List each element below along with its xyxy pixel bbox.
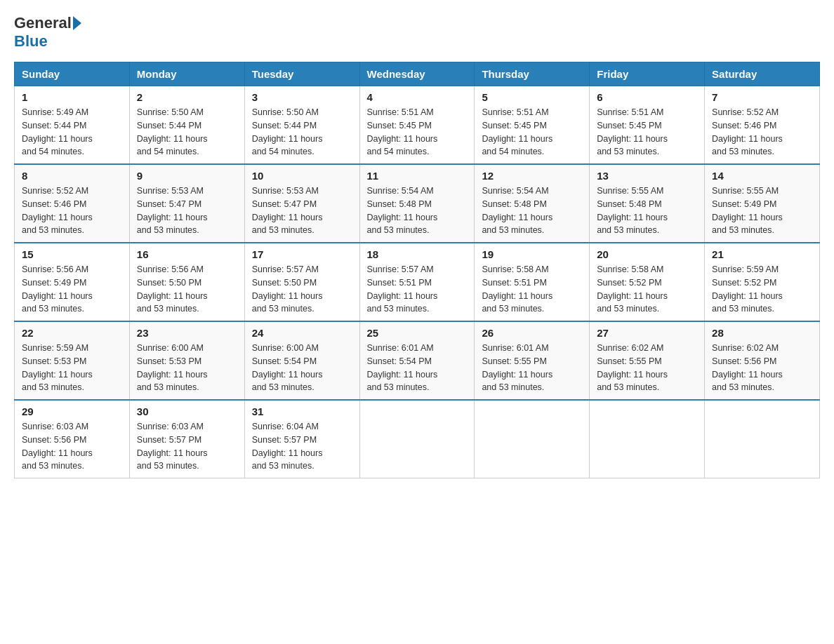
calendar-cell-2-5: 12 Sunrise: 5:54 AMSunset: 5:48 PMDaylig… — [475, 164, 590, 243]
day-info: Sunrise: 6:00 AMSunset: 5:53 PMDaylight:… — [137, 342, 237, 394]
day-number: 20 — [597, 248, 697, 260]
calendar-cell-4-5: 26 Sunrise: 6:01 AMSunset: 5:55 PMDaylig… — [475, 321, 590, 400]
day-info: Sunrise: 5:50 AMSunset: 5:44 PMDaylight:… — [252, 106, 352, 159]
day-number: 4 — [367, 91, 468, 103]
calendar-cell-5-3: 31 Sunrise: 6:04 AMSunset: 5:57 PMDaylig… — [244, 400, 359, 478]
weekday-header-sunday: Sunday — [15, 62, 130, 86]
day-info: Sunrise: 5:53 AMSunset: 5:47 PMDaylight:… — [137, 185, 237, 237]
day-number: 16 — [137, 248, 237, 260]
calendar-cell-3-2: 16 Sunrise: 5:56 AMSunset: 5:50 PMDaylig… — [129, 243, 244, 321]
day-info: Sunrise: 6:01 AMSunset: 5:55 PMDaylight:… — [482, 342, 582, 394]
day-info: Sunrise: 6:01 AMSunset: 5:54 PMDaylight:… — [367, 342, 468, 394]
calendar-cell-1-1: 1 Sunrise: 5:49 AMSunset: 5:44 PMDayligh… — [15, 86, 130, 165]
logo: General Blue — [14, 14, 83, 51]
calendar-cell-5-7 — [705, 400, 820, 478]
day-number: 29 — [22, 405, 122, 417]
day-info: Sunrise: 6:04 AMSunset: 5:57 PMDaylight:… — [252, 420, 352, 473]
calendar-cell-4-7: 28 Sunrise: 6:02 AMSunset: 5:56 PMDaylig… — [705, 321, 820, 400]
calendar-cell-3-6: 20 Sunrise: 5:58 AMSunset: 5:52 PMDaylig… — [590, 243, 705, 321]
calendar-cell-4-4: 25 Sunrise: 6:01 AMSunset: 5:54 PMDaylig… — [359, 321, 475, 400]
day-info: Sunrise: 5:56 AMSunset: 5:50 PMDaylight:… — [137, 263, 237, 316]
calendar-cell-2-3: 10 Sunrise: 5:53 AMSunset: 5:47 PMDaylig… — [244, 164, 359, 243]
day-info: Sunrise: 6:02 AMSunset: 5:56 PMDaylight:… — [712, 342, 812, 394]
calendar-week-row-1: 1 Sunrise: 5:49 AMSunset: 5:44 PMDayligh… — [15, 86, 820, 165]
day-number: 6 — [597, 91, 697, 103]
day-number: 26 — [482, 327, 582, 339]
day-number: 23 — [137, 327, 237, 339]
calendar-cell-1-6: 6 Sunrise: 5:51 AMSunset: 5:45 PMDayligh… — [590, 86, 705, 165]
logo-blue-text: Blue — [14, 32, 48, 51]
day-number: 10 — [252, 170, 352, 182]
day-info: Sunrise: 5:49 AMSunset: 5:44 PMDaylight:… — [22, 106, 122, 159]
day-info: Sunrise: 5:50 AMSunset: 5:44 PMDaylight:… — [137, 106, 237, 159]
day-info: Sunrise: 5:51 AMSunset: 5:45 PMDaylight:… — [482, 106, 582, 159]
calendar-week-row-2: 8 Sunrise: 5:52 AMSunset: 5:46 PMDayligh… — [15, 164, 820, 243]
day-info: Sunrise: 6:03 AMSunset: 5:57 PMDaylight:… — [137, 420, 237, 473]
calendar-table: SundayMondayTuesdayWednesdayThursdayFrid… — [14, 62, 820, 478]
day-number: 7 — [712, 91, 812, 103]
day-number: 17 — [252, 248, 352, 260]
calendar-cell-3-5: 19 Sunrise: 5:58 AMSunset: 5:51 PMDaylig… — [475, 243, 590, 321]
day-info: Sunrise: 5:51 AMSunset: 5:45 PMDaylight:… — [367, 106, 468, 159]
calendar-cell-1-4: 4 Sunrise: 5:51 AMSunset: 5:45 PMDayligh… — [359, 86, 475, 165]
logo-arrow-icon — [73, 16, 81, 30]
calendar-cell-3-1: 15 Sunrise: 5:56 AMSunset: 5:49 PMDaylig… — [15, 243, 130, 321]
weekday-header-saturday: Saturday — [705, 62, 820, 86]
calendar-cell-2-6: 13 Sunrise: 5:55 AMSunset: 5:48 PMDaylig… — [590, 164, 705, 243]
day-number: 31 — [252, 405, 352, 417]
day-number: 19 — [482, 248, 582, 260]
day-number: 22 — [22, 327, 122, 339]
day-number: 25 — [367, 327, 468, 339]
day-number: 18 — [367, 248, 468, 260]
day-info: Sunrise: 5:57 AMSunset: 5:50 PMDaylight:… — [252, 263, 352, 316]
calendar-cell-2-1: 8 Sunrise: 5:52 AMSunset: 5:46 PMDayligh… — [15, 164, 130, 243]
day-info: Sunrise: 5:59 AMSunset: 5:52 PMDaylight:… — [712, 263, 812, 316]
day-number: 3 — [252, 91, 352, 103]
day-info: Sunrise: 5:58 AMSunset: 5:52 PMDaylight:… — [597, 263, 697, 316]
day-info: Sunrise: 5:58 AMSunset: 5:51 PMDaylight:… — [482, 263, 582, 316]
day-number: 8 — [22, 170, 122, 182]
day-info: Sunrise: 5:55 AMSunset: 5:48 PMDaylight:… — [597, 185, 697, 237]
day-info: Sunrise: 5:52 AMSunset: 5:46 PMDaylight:… — [712, 106, 812, 159]
calendar-cell-3-7: 21 Sunrise: 5:59 AMSunset: 5:52 PMDaylig… — [705, 243, 820, 321]
day-info: Sunrise: 5:51 AMSunset: 5:45 PMDaylight:… — [597, 106, 697, 159]
day-number: 24 — [252, 327, 352, 339]
day-info: Sunrise: 5:55 AMSunset: 5:49 PMDaylight:… — [712, 185, 812, 237]
weekday-header-wednesday: Wednesday — [359, 62, 475, 86]
day-number: 5 — [482, 91, 582, 103]
calendar-cell-5-6 — [590, 400, 705, 478]
calendar-week-row-3: 15 Sunrise: 5:56 AMSunset: 5:49 PMDaylig… — [15, 243, 820, 321]
day-info: Sunrise: 5:52 AMSunset: 5:46 PMDaylight:… — [22, 185, 122, 237]
day-info: Sunrise: 5:59 AMSunset: 5:53 PMDaylight:… — [22, 342, 122, 394]
day-info: Sunrise: 5:54 AMSunset: 5:48 PMDaylight:… — [482, 185, 582, 237]
weekday-header-monday: Monday — [129, 62, 244, 86]
calendar-cell-5-5 — [475, 400, 590, 478]
calendar-cell-1-2: 2 Sunrise: 5:50 AMSunset: 5:44 PMDayligh… — [129, 86, 244, 165]
day-info: Sunrise: 5:53 AMSunset: 5:47 PMDaylight:… — [252, 185, 352, 237]
weekday-header-friday: Friday — [590, 62, 705, 86]
calendar-cell-4-2: 23 Sunrise: 6:00 AMSunset: 5:53 PMDaylig… — [129, 321, 244, 400]
page-header: General Blue — [14, 14, 820, 51]
calendar-cell-3-3: 17 Sunrise: 5:57 AMSunset: 5:50 PMDaylig… — [244, 243, 359, 321]
logo-general-text: General — [14, 14, 72, 32]
day-number: 12 — [482, 170, 582, 182]
calendar-cell-1-5: 5 Sunrise: 5:51 AMSunset: 5:45 PMDayligh… — [475, 86, 590, 165]
day-info: Sunrise: 5:54 AMSunset: 5:48 PMDaylight:… — [367, 185, 468, 237]
weekday-header-row: SundayMondayTuesdayWednesdayThursdayFrid… — [15, 62, 820, 86]
day-number: 21 — [712, 248, 812, 260]
day-number: 13 — [597, 170, 697, 182]
calendar-cell-4-1: 22 Sunrise: 5:59 AMSunset: 5:53 PMDaylig… — [15, 321, 130, 400]
day-number: 15 — [22, 248, 122, 260]
calendar-cell-2-7: 14 Sunrise: 5:55 AMSunset: 5:49 PMDaylig… — [705, 164, 820, 243]
calendar-week-row-4: 22 Sunrise: 5:59 AMSunset: 5:53 PMDaylig… — [15, 321, 820, 400]
day-info: Sunrise: 6:00 AMSunset: 5:54 PMDaylight:… — [252, 342, 352, 394]
calendar-week-row-5: 29 Sunrise: 6:03 AMSunset: 5:56 PMDaylig… — [15, 400, 820, 478]
calendar-cell-5-4 — [359, 400, 475, 478]
day-number: 11 — [367, 170, 468, 182]
day-info: Sunrise: 6:02 AMSunset: 5:55 PMDaylight:… — [597, 342, 697, 394]
calendar-cell-2-2: 9 Sunrise: 5:53 AMSunset: 5:47 PMDayligh… — [129, 164, 244, 243]
calendar-cell-4-6: 27 Sunrise: 6:02 AMSunset: 5:55 PMDaylig… — [590, 321, 705, 400]
calendar-cell-3-4: 18 Sunrise: 5:57 AMSunset: 5:51 PMDaylig… — [359, 243, 475, 321]
day-number: 1 — [22, 91, 122, 103]
day-info: Sunrise: 5:56 AMSunset: 5:49 PMDaylight:… — [22, 263, 122, 316]
